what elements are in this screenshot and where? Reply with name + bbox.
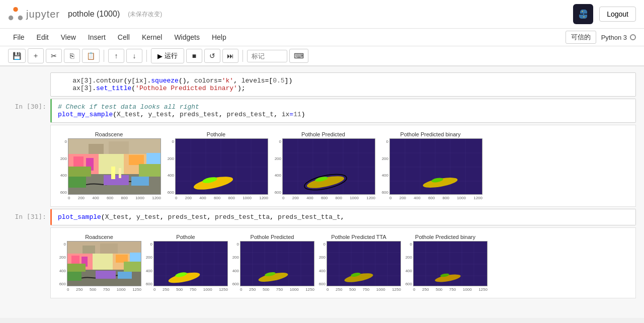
pothole-canvas-30: [175, 138, 268, 195]
roadscene-svg-31: [67, 241, 141, 286]
svg-rect-22: [119, 168, 121, 178]
x-200: 200: [78, 196, 85, 200]
svg-point-2: [18, 16, 23, 20]
svg-rect-21: [111, 167, 115, 179]
save-button[interactable]: 💾: [8, 49, 26, 63]
partial-cell-content: ax[3].contour(y[ix].squeeze(), colors='k…: [50, 72, 636, 97]
svg-rect-19: [131, 177, 149, 186]
toolbar-sep-1: [104, 50, 104, 62]
menu-file[interactable]: File: [8, 31, 30, 44]
pothole-binary-canvas-30: [389, 138, 482, 195]
add-cell-button[interactable]: ＋: [28, 48, 44, 63]
cell-31-content: plot_sample(X_test, y_test, preds_test, …: [50, 209, 636, 298]
tta-canvas-31: [327, 241, 401, 286]
kernel-name: Python 3: [601, 34, 627, 41]
y-label-0: 0: [57, 139, 67, 144]
plot-grid-31: Roadscene 0 200 400 600: [51, 232, 635, 294]
menu-help[interactable]: Help: [207, 31, 231, 44]
keyboard-button[interactable]: ⌨: [289, 49, 308, 63]
y-label-400: 400: [57, 173, 67, 178]
toolbar-sep-2: [146, 50, 147, 62]
copy-button[interactable]: ⎘: [64, 49, 80, 63]
menu-cell[interactable]: Cell: [113, 31, 135, 44]
kernel-info: Python 3: [601, 34, 636, 41]
roadscene-canvas-31: [67, 241, 141, 286]
plot-roadscene-title-31: Roadscene: [85, 234, 113, 240]
plot-pothole-binary-30: Pothole Predicted binary 0 200 400 600: [378, 131, 482, 200]
toolbar: 💾 ＋ ✂ ⎘ 📋 ↑ ↓ ▶ 运行 ■ ↺ ⏭ ⌨: [0, 46, 644, 66]
svg-point-1: [9, 16, 13, 20]
python-logo: [573, 4, 593, 24]
plot-predicted-31: Pothole Predicted 0 200 400 600: [230, 234, 314, 292]
partial-code[interactable]: ax[3].contour(y[ix].squeeze(), colors='k…: [50, 72, 636, 97]
jupyter-logo: jupyter: [8, 7, 60, 22]
plot-roadscene-30: Roadscene 0 200 400 600: [57, 131, 161, 200]
notebook-title: pothole (1000): [68, 10, 120, 19]
pothole-svg-30: [176, 139, 268, 195]
plot-roadscene-title-30: Roadscene: [95, 131, 123, 137]
pothole-svg-31: [154, 241, 228, 286]
trusted-badge: 可信的: [566, 31, 596, 44]
menu-widgets[interactable]: Widgets: [169, 31, 205, 44]
svg-rect-34: [283, 139, 375, 195]
run-label: 运行: [165, 51, 178, 60]
svg-rect-14: [129, 155, 144, 165]
plot-roadscene-31: Roadscene 0 200 400 600: [57, 234, 141, 292]
notebook: ax[3].contour(y[ix].squeeze(), colors='k…: [0, 66, 644, 318]
svg-rect-62: [93, 254, 113, 270]
predicted-canvas-31: [240, 241, 314, 286]
x-800: 800: [121, 196, 128, 200]
svg-rect-70: [124, 262, 141, 272]
restart-button[interactable]: ↺: [204, 49, 220, 63]
tag-input[interactable]: [247, 50, 287, 62]
cut-button[interactable]: ✂: [46, 49, 62, 63]
plot-pothole-predicted-title-30: Pothole Predicted: [301, 131, 345, 137]
y-label-200: 200: [57, 156, 67, 161]
menu-insert[interactable]: Insert: [83, 31, 111, 44]
fast-forward-button[interactable]: ⏭: [222, 49, 238, 63]
menu-edit[interactable]: Edit: [32, 31, 54, 44]
run-button[interactable]: ▶ 运行: [151, 48, 184, 63]
svg-rect-20: [68, 177, 86, 188]
pothole-canvas-31: [153, 241, 228, 286]
plot-tta-title-31: Pothole Predicted TTA: [331, 234, 386, 240]
plot-binary-title-31: Pothole Predicted binary: [415, 234, 475, 240]
plot-binary-31: Pothole Predicted binary 0 200 400 600: [403, 234, 488, 292]
menu-view[interactable]: View: [56, 31, 81, 44]
paste-button[interactable]: 📋: [82, 49, 100, 63]
pothole-predicted-svg-30: [283, 139, 375, 195]
toolbar-sep-3: [243, 50, 243, 62]
svg-rect-69: [67, 264, 86, 272]
x-1000: 1000: [135, 196, 144, 200]
pothole-predicted-canvas-30: [282, 138, 375, 195]
predicted-svg-31: [240, 241, 314, 286]
plot-pothole-predicted-30: Pothole Predicted 0 200 400 600: [271, 131, 375, 200]
svg-rect-16: [68, 167, 91, 177]
stop-button[interactable]: ■: [186, 49, 202, 63]
jupyter-label: jupyter: [26, 9, 60, 20]
x-0: 0: [68, 196, 70, 200]
plot-grid-30: Roadscene 0 200 400 600: [51, 129, 635, 202]
x-1200: 1200: [152, 196, 161, 200]
cell-30-output: Roadscene 0 200 400 600: [50, 125, 636, 207]
svg-rect-67: [116, 255, 128, 263]
plot-pothole-title-31: Pothole: [176, 234, 195, 240]
cell-31-code[interactable]: plot_sample(X_test, y_test, preds_test, …: [50, 209, 636, 225]
move-down-button[interactable]: ↓: [126, 49, 142, 63]
roadscene-svg-30: [68, 139, 161, 195]
plot-predicted-title-31: Pothole Predicted: [251, 234, 294, 240]
cell-30-code[interactable]: # Check if test data looks all right plo…: [50, 99, 636, 123]
y-label-600: 600: [57, 190, 67, 195]
cell-30-label: In [30]:: [0, 99, 50, 110]
svg-rect-18: [104, 175, 129, 185]
svg-rect-73: [67, 272, 82, 281]
pothole-binary-svg-30: [390, 139, 482, 195]
cell-31: In [31]: plot_sample(X_test, y_test, pre…: [0, 209, 644, 298]
svg-rect-72: [118, 272, 132, 279]
plot-pothole-binary-title-30: Pothole Predicted binary: [400, 131, 461, 137]
menu-kernel[interactable]: Kernel: [137, 31, 167, 44]
svg-point-0: [13, 7, 18, 12]
move-up-button[interactable]: ↑: [108, 49, 124, 63]
binary-canvas-31: [413, 241, 488, 286]
logout-button[interactable]: Logout: [599, 7, 636, 22]
